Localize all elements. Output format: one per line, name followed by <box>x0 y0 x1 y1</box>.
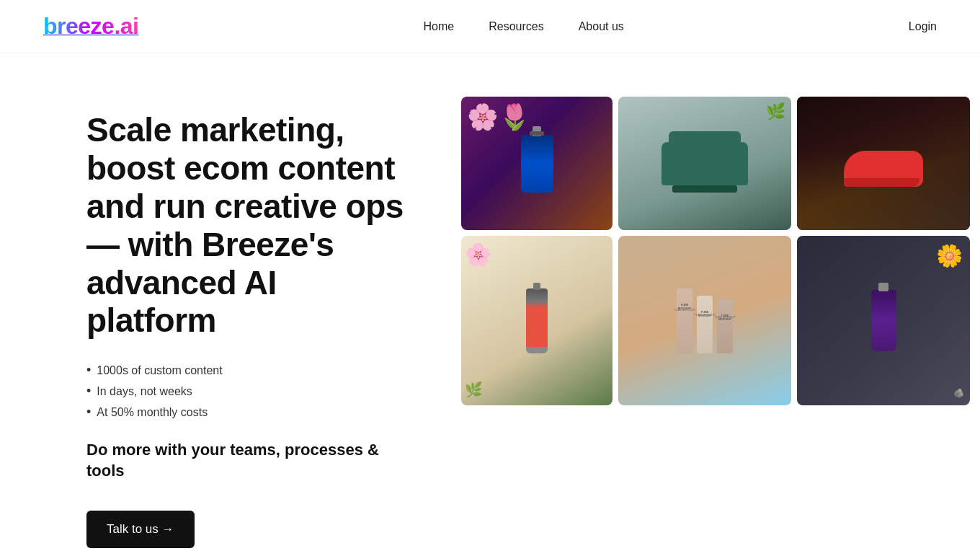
left-column: Scale marketing, boost ecom content and … <box>86 97 404 551</box>
image-cell-sofa: 🌿 <box>618 97 791 230</box>
navigation: breeze.ai Home Resources About us Login <box>0 0 980 53</box>
tube-tall: TUBEMOCKUP <box>677 288 692 353</box>
orchid-bottle-icon <box>871 290 896 351</box>
image-cell-tubes: TUBEMOCKUP TUBEMOCKUP TUBEMOCKUP <box>618 236 791 405</box>
main-content: Scale marketing, boost ecom content and … <box>0 53 980 551</box>
nav-links: Home Resources About us <box>423 20 623 33</box>
nav-home[interactable]: Home <box>423 20 454 33</box>
nav-about[interactable]: About us <box>579 20 624 33</box>
bullet-item-3: At 50% monthly costs <box>86 405 404 420</box>
logo: breeze.ai <box>43 13 138 39</box>
bullet-list: 1000s of custom content In days, not wee… <box>86 363 404 420</box>
tube-group: TUBEMOCKUP TUBEMOCKUP TUBEMOCKUP <box>677 288 733 353</box>
cta-button[interactable]: Talk to us → <box>86 511 195 548</box>
hero-subheading: Do more with your teams, processes & too… <box>86 440 404 481</box>
bullet-item-2: In days, not weeks <box>86 384 404 399</box>
image-cell-perfume-flowers: 🌸🌷 <box>461 97 612 230</box>
logo-link[interactable]: breeze.ai <box>43 13 138 40</box>
image-cell-orchid: 🌼 🪨 <box>797 236 970 405</box>
tube-mid: TUBEMOCKUP <box>697 296 713 353</box>
image-cell-nailpolish: 🌸 🌿 <box>461 236 612 405</box>
bullet-item-1: 1000s of custom content <box>86 363 404 378</box>
image-cell-sneaker <box>797 97 970 230</box>
nail-polish-icon <box>526 288 548 353</box>
nav-login[interactable]: Login <box>909 20 937 33</box>
nav-resources[interactable]: Resources <box>489 20 543 33</box>
tube-short: TUBEMOCKUP <box>717 299 733 353</box>
hero-headline: Scale marketing, boost ecom content and … <box>86 111 404 340</box>
sneaker-icon <box>844 140 923 187</box>
perfume-blue-icon <box>521 135 553 193</box>
image-grid: 🌸🌷 🌿 <box>461 97 970 405</box>
sofa-icon <box>662 142 748 185</box>
